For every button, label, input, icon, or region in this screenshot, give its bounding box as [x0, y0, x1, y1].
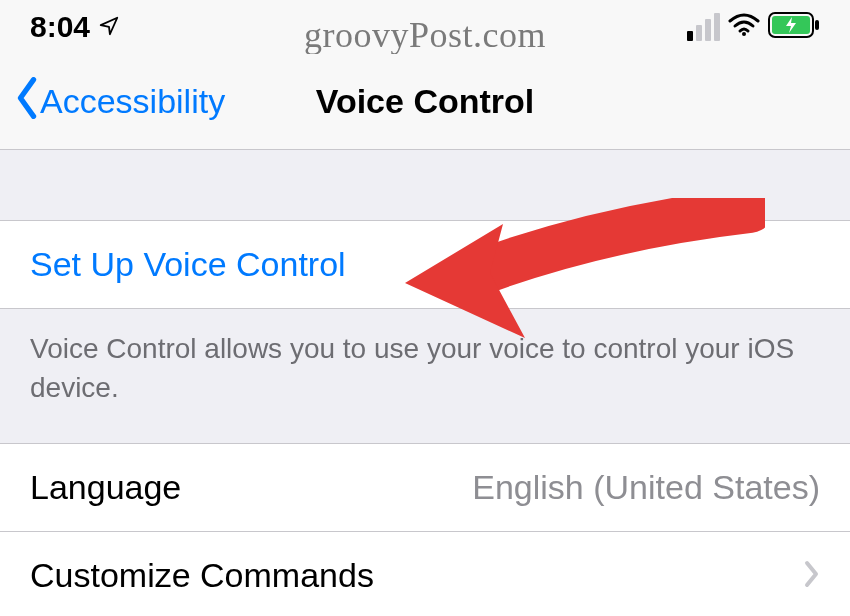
language-label: Language [30, 468, 181, 507]
setup-footer-text: Voice Control allows you to use your voi… [0, 309, 850, 443]
cellular-signal-icon [687, 13, 720, 41]
svg-point-0 [742, 32, 746, 36]
page-title: Voice Control [316, 82, 535, 121]
setup-voice-control-cell[interactable]: Set Up Voice Control [0, 220, 850, 309]
status-right [687, 12, 820, 42]
watermark-text: groovyPost.com [304, 14, 546, 56]
status-left: 8:04 [30, 10, 120, 44]
battery-charging-icon [768, 12, 820, 42]
navigation-bar: Accessibility Voice Control [0, 54, 850, 150]
language-cell[interactable]: Language English (United States) [0, 443, 850, 531]
wifi-icon [728, 13, 760, 41]
customize-commands-label: Customize Commands [30, 556, 374, 595]
svg-rect-3 [815, 20, 819, 30]
customize-commands-cell[interactable]: Customize Commands [0, 531, 850, 616]
setup-voice-control-label: Set Up Voice Control [30, 245, 346, 284]
location-icon [98, 10, 120, 44]
section-gap [0, 150, 850, 220]
chevron-left-icon [14, 77, 40, 127]
status-time: 8:04 [30, 10, 90, 44]
cell-right [804, 560, 820, 592]
back-button[interactable]: Accessibility [14, 77, 225, 127]
language-value: English (United States) [472, 468, 820, 507]
back-label: Accessibility [40, 82, 225, 121]
chevron-right-icon [804, 560, 820, 592]
